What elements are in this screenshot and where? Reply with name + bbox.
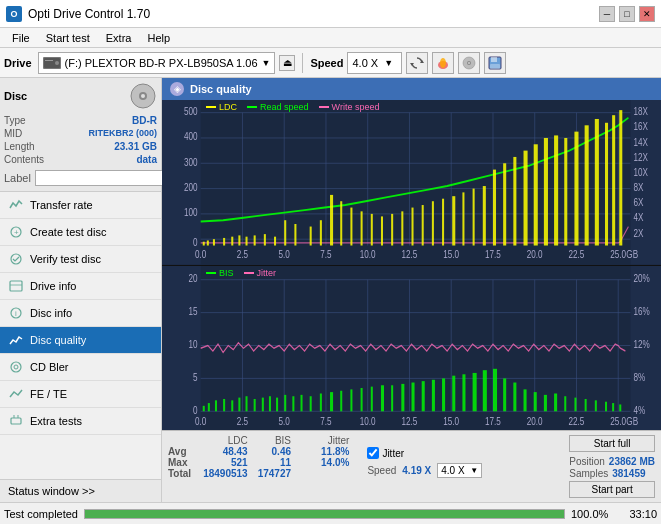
avg-label: Avg bbox=[168, 446, 203, 457]
sidebar-item-transfer-rate[interactable]: Transfer rate bbox=[0, 192, 161, 219]
start-part-button[interactable]: Start part bbox=[569, 481, 655, 498]
sidebar: Disc Type BD-R MID RITEKBR2 (000) Length… bbox=[0, 78, 162, 502]
svg-rect-200 bbox=[585, 398, 587, 410]
svg-rect-102 bbox=[462, 192, 464, 245]
svg-rect-175 bbox=[330, 392, 333, 411]
svg-rect-114 bbox=[585, 125, 589, 245]
menu-extra[interactable]: Extra bbox=[98, 29, 140, 47]
sidebar-item-label-cd-bler: CD Bler bbox=[30, 361, 69, 373]
stats-avg-row: Avg 48.43 0.46 11.8% bbox=[168, 446, 359, 457]
chart1-svg: 0 100 200 300 400 500 0.0 2.5 5.0 7.5 10… bbox=[162, 100, 661, 265]
sidebar-item-extra-tests[interactable]: Extra tests bbox=[0, 408, 161, 435]
jitter-check-row: Jitter bbox=[367, 447, 482, 459]
svg-text:5: 5 bbox=[193, 370, 198, 382]
menu-help[interactable]: Help bbox=[139, 29, 178, 47]
max-bis: 11 bbox=[258, 457, 301, 468]
svg-rect-160 bbox=[208, 403, 210, 411]
speed-selector[interactable]: 4.0 X ▼ bbox=[347, 52, 402, 74]
drive-selector[interactable]: (F:) PLEXTOR BD-R PX-LB950SA 1.06 ▼ bbox=[38, 52, 276, 74]
sidebar-item-cd-bler[interactable]: CD Bler bbox=[0, 354, 161, 381]
content-header-icon: ◈ bbox=[170, 82, 184, 96]
disc-panel: Disc Type BD-R MID RITEKBR2 (000) Length… bbox=[0, 78, 161, 192]
disc-label-row: Label ✎ bbox=[4, 169, 157, 187]
label-input[interactable] bbox=[35, 170, 168, 186]
svg-rect-194 bbox=[524, 389, 527, 411]
type-value: BD-R bbox=[132, 115, 157, 126]
sidebar-item-label-verify-test-disc: Verify test disc bbox=[30, 253, 101, 265]
drive-eject-button[interactable]: ⏏ bbox=[279, 55, 295, 71]
menubar: File Start test Extra Help bbox=[0, 28, 661, 48]
svg-rect-187 bbox=[452, 375, 455, 411]
svg-text:16X: 16X bbox=[634, 122, 648, 133]
svg-point-7 bbox=[440, 58, 446, 68]
menu-start-test[interactable]: Start test bbox=[38, 29, 98, 47]
sidebar-item-verify-test-disc[interactable]: Verify test disc bbox=[0, 246, 161, 273]
svg-rect-101 bbox=[452, 196, 455, 245]
svg-rect-173 bbox=[310, 396, 312, 411]
sidebar-item-label-disc-quality: Disc quality bbox=[30, 334, 86, 346]
svg-point-3 bbox=[55, 61, 59, 65]
sidebar-item-drive-info[interactable]: Drive info bbox=[0, 273, 161, 300]
svg-rect-195 bbox=[534, 392, 537, 411]
legend-ldc-label: LDC bbox=[219, 102, 237, 112]
start-full-button[interactable]: Start full bbox=[569, 435, 655, 452]
sidebar-item-disc-info[interactable]: i Disc info bbox=[0, 300, 161, 327]
titlebar-controls: ─ □ ✕ bbox=[599, 6, 655, 22]
svg-point-19 bbox=[11, 254, 21, 264]
content-title: Disc quality bbox=[190, 83, 252, 95]
disc-graphic bbox=[129, 82, 157, 110]
disc-quality-icon bbox=[8, 332, 24, 348]
svg-text:4X: 4X bbox=[634, 213, 644, 224]
drive-label: Drive bbox=[4, 57, 32, 69]
total-spacer bbox=[301, 468, 321, 479]
svg-text:14X: 14X bbox=[634, 137, 648, 148]
svg-text:20: 20 bbox=[189, 272, 198, 284]
svg-rect-188 bbox=[462, 374, 465, 411]
statusbar: Test completed 100.0% 33:10 bbox=[0, 502, 661, 524]
svg-text:2.5: 2.5 bbox=[237, 249, 248, 260]
jitter-checkbox[interactable] bbox=[367, 447, 379, 459]
content-area: ◈ Disc quality LDC Read speed bbox=[162, 78, 661, 502]
speed-select-dropdown[interactable]: 4.0 X ▼ bbox=[437, 463, 482, 478]
svg-rect-198 bbox=[564, 396, 566, 411]
svg-text:2.5: 2.5 bbox=[237, 414, 248, 426]
svg-rect-99 bbox=[432, 201, 434, 245]
svg-text:20.0: 20.0 bbox=[527, 414, 543, 426]
total-label: Total bbox=[168, 468, 203, 479]
menu-file[interactable]: File bbox=[4, 29, 38, 47]
svg-rect-75 bbox=[203, 242, 205, 246]
sidebar-item-fe-te[interactable]: FE / TE bbox=[0, 381, 161, 408]
svg-text:22.5: 22.5 bbox=[569, 249, 585, 260]
svg-rect-106 bbox=[503, 163, 506, 245]
maximize-button[interactable]: □ bbox=[619, 6, 635, 22]
svg-text:10.0: 10.0 bbox=[360, 414, 376, 426]
sidebar-nav: Transfer rate + Create test disc Verify … bbox=[0, 192, 161, 479]
total-bis: 174727 bbox=[258, 468, 301, 479]
svg-text:7.5: 7.5 bbox=[320, 414, 331, 426]
svg-rect-2 bbox=[45, 60, 53, 61]
sidebar-item-disc-quality[interactable]: Disc quality bbox=[0, 327, 161, 354]
speed-dropdown-arrow: ▼ bbox=[384, 58, 393, 68]
svg-rect-193 bbox=[513, 382, 516, 411]
position-row: Position 23862 MB bbox=[569, 456, 655, 467]
svg-rect-86 bbox=[294, 224, 296, 246]
svg-text:15.0: 15.0 bbox=[443, 249, 459, 260]
burn-button[interactable] bbox=[432, 52, 454, 74]
sidebar-item-label-transfer-rate: Transfer rate bbox=[30, 199, 93, 211]
sidebar-item-create-test-disc[interactable]: + Create test disc bbox=[0, 219, 161, 246]
avg-jitter: 11.8% bbox=[321, 446, 359, 457]
status-window-button[interactable]: Status window >> bbox=[0, 479, 161, 502]
svg-rect-95 bbox=[391, 214, 393, 246]
svg-text:16%: 16% bbox=[634, 305, 651, 317]
disc-button[interactable] bbox=[458, 52, 480, 74]
refresh-button[interactable] bbox=[406, 52, 428, 74]
close-button[interactable]: ✕ bbox=[639, 6, 655, 22]
save-button[interactable] bbox=[484, 52, 506, 74]
stats-table: LDC BIS Jitter Avg 48.43 0.46 11.8% bbox=[168, 435, 359, 479]
type-label: Type bbox=[4, 115, 26, 126]
svg-rect-109 bbox=[534, 144, 538, 245]
svg-text:12X: 12X bbox=[634, 152, 648, 163]
minimize-button[interactable]: ─ bbox=[599, 6, 615, 22]
svg-rect-197 bbox=[554, 393, 557, 411]
svg-rect-91 bbox=[350, 208, 352, 246]
